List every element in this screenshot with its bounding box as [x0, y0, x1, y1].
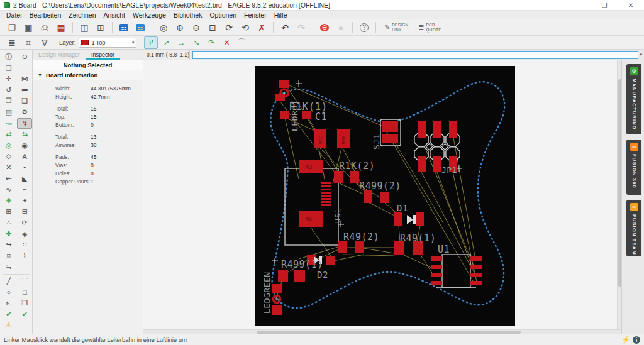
board-label-JP1[interactable]: JP1: [441, 165, 457, 175]
bend-style-1-button[interactable]: ↗: [159, 36, 173, 49]
signal-tool[interactable]: ⌁: [18, 184, 33, 195]
circle-tool[interactable]: ○: [1, 287, 16, 297]
tab-inspector[interactable]: Inspector: [86, 50, 120, 60]
smd-pad[interactable]: [470, 281, 482, 285]
menu-bibliothek[interactable]: Bibliothek: [170, 11, 206, 19]
board-information-header[interactable]: ▼ Board Information: [33, 70, 143, 80]
grid-settings-button[interactable]: ⌗: [21, 36, 36, 50]
smd-pad[interactable]: [470, 273, 482, 277]
help-button[interactable]: ?: [357, 21, 372, 35]
smd-pad[interactable]: [470, 265, 482, 269]
smd-pad[interactable]: [431, 256, 442, 261]
board-label-SJ1[interactable]: SJ1: [372, 134, 381, 150]
smd-pad[interactable]: [350, 171, 359, 183]
board-label-U1[interactable]: U$1: [333, 209, 342, 223]
pinswap-tool[interactable]: ✕: [1, 162, 16, 173]
menu-ansicht[interactable]: Ansicht: [100, 11, 129, 19]
menu-optionen[interactable]: Optionen: [206, 11, 240, 19]
menu-werkzeuge[interactable]: Werkzeuge: [129, 11, 170, 19]
smd-pad[interactable]: [449, 121, 457, 138]
menu-zeichnen[interactable]: Zeichnen: [65, 11, 99, 19]
stop-button[interactable]: ⊖: [317, 21, 332, 35]
board-label-D2[interactable]: D2: [317, 270, 328, 280]
board-label-VCC[interactable]: VCC: [318, 136, 323, 144]
remove-bend-button[interactable]: ✕: [219, 36, 233, 49]
errors-tool[interactable]: ⚠: [1, 320, 16, 331]
bend-style-2-button[interactable]: →: [174, 36, 188, 49]
zoom-fit-button[interactable]: ◎: [156, 21, 171, 35]
library-tool[interactable]: ⊟: [18, 206, 33, 217]
curve-tool[interactable]: ↪: [1, 239, 16, 250]
rail-tab-fusion-team[interactable]: ∞FUSION TEAM: [626, 200, 641, 256]
pad-tool[interactable]: ◉: [18, 140, 33, 151]
grid-button[interactable]: ⊞: [93, 21, 108, 35]
ratsnest-tool[interactable]: ❋: [1, 195, 16, 206]
smd-pad[interactable]: [272, 284, 282, 293]
smd-pad[interactable]: [321, 201, 331, 203]
smd-pad[interactable]: [321, 182, 331, 184]
schematic-editor-button[interactable]: ⚏: [116, 21, 131, 35]
board-label-U1[interactable]: U1: [438, 244, 450, 255]
update-tool[interactable]: ⟳: [18, 217, 33, 228]
board-label-R491[interactable]: R49(1): [400, 233, 436, 244]
smd-pad[interactable]: [382, 134, 398, 143]
smd-pad[interactable]: [355, 241, 364, 253]
layer-settings-button[interactable]: ≣: [4, 36, 19, 50]
ripup-tool[interactable]: ↯: [17, 118, 32, 129]
bend-style-3-button[interactable]: ↘: [189, 36, 203, 49]
minimize-button[interactable]: –: [565, 0, 591, 10]
components-3d-tool[interactable]: ◈: [18, 229, 33, 239]
follow-me-router-tool[interactable]: ✤: [1, 229, 16, 239]
redo-button[interactable]: ↷: [294, 21, 309, 35]
mesh-tool[interactable]: ∷: [18, 239, 33, 250]
go-button[interactable]: ●: [333, 21, 348, 35]
rotate-tool[interactable]: ↺: [1, 85, 16, 96]
wire-tool[interactable]: ╱: [1, 276, 16, 287]
drawing-canvas[interactable]: R1K(1)C1SJ1JP1R1K(2)R499(2)D1R49(2)R49(1…: [143, 60, 621, 334]
smd-pad[interactable]: [382, 121, 398, 132]
differential-pair-tool[interactable]: ≒: [1, 261, 16, 272]
zoom-in-button[interactable]: ⊕: [172, 21, 187, 35]
show-tool[interactable]: ⊙: [18, 52, 33, 62]
bend-style-0-button[interactable]: ↱: [144, 36, 158, 49]
tab-design-manager[interactable]: Design Manager: [33, 50, 86, 60]
close-button[interactable]: ✕: [618, 0, 644, 10]
rect-tool[interactable]: □: [18, 287, 33, 297]
unroute-tool[interactable]: ⇄: [1, 129, 16, 140]
dimension-tool[interactable]: ⇤: [1, 173, 16, 184]
refresh-button[interactable]: ⟲: [238, 21, 253, 35]
smd-pad[interactable]: [278, 270, 288, 282]
smd-pad[interactable]: [418, 156, 426, 172]
arc-tool[interactable]: ⌒: [18, 276, 33, 287]
smd-pad[interactable]: [431, 281, 442, 285]
smd-pad[interactable]: [321, 204, 331, 206]
save-button[interactable]: ▣: [21, 21, 36, 35]
move-tool[interactable]: ✛: [1, 74, 16, 84]
rail-tab-fusion-360[interactable]: ∞FUSION 360: [626, 140, 641, 195]
open-button[interactable]: ❐: [4, 21, 19, 35]
flash-icon[interactable]: ⚡: [621, 336, 630, 344]
smd-pad[interactable]: [418, 121, 426, 138]
filter-button[interactable]: ∇: [37, 36, 52, 50]
menu-hilfe[interactable]: Hilfe: [270, 11, 291, 19]
via-tool[interactable]: ◎: [1, 140, 16, 151]
polygon-tool[interactable]: ◇: [1, 151, 16, 162]
smd-pad[interactable]: [394, 212, 402, 226]
frame-tool[interactable]: ❒: [18, 298, 33, 309]
design-link-button[interactable]: ✎DESIGNLINK: [382, 22, 411, 33]
drc-tool[interactable]: ✔: [1, 309, 16, 320]
board-label-R4991[interactable]: R499(1): [281, 259, 323, 270]
board-label-R492[interactable]: R49(2): [343, 231, 379, 243]
zoom-out-button[interactable]: ⊖: [189, 21, 204, 35]
command-input[interactable]: [192, 51, 638, 59]
smd-pad[interactable]: [338, 241, 347, 253]
cam-processor-button[interactable]: ▦: [53, 21, 69, 35]
maximize-button[interactable]: ❐: [591, 0, 618, 10]
board-label-M3[interactable]: M3: [306, 165, 313, 170]
menu-bearbeiten[interactable]: Bearbeiten: [26, 11, 65, 19]
load-job-button[interactable]: ◫: [77, 21, 92, 35]
erc-tool[interactable]: ✔: [18, 309, 33, 320]
board-drawing-area[interactable]: R1K(1)C1SJ1JP1R1K(2)R499(2)D1R49(2)R49(1…: [255, 66, 515, 326]
change-tool[interactable]: ⚙: [18, 107, 33, 118]
smd-pad[interactable]: [433, 156, 441, 172]
